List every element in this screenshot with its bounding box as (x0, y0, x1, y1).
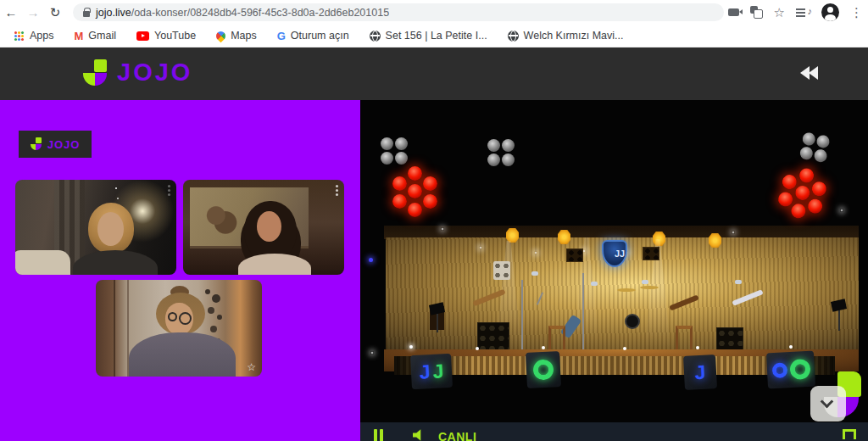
bookmark-star-icon[interactable]: ☆ (774, 6, 785, 19)
bookmark-signin[interactable]: G Oturum açın (277, 30, 349, 42)
participant-video-2[interactable] (183, 180, 344, 275)
stage-letter-j-blue: J (694, 362, 706, 382)
stage-letter-o-blue (771, 362, 787, 378)
globe-icon (508, 31, 519, 42)
translate-icon[interactable] (750, 6, 763, 19)
bookmark-welch[interactable]: Welch Kırmızı Mavi... (508, 30, 624, 42)
participant-video-3[interactable]: ☆ (96, 280, 262, 377)
site-header: JOJO (0, 47, 868, 100)
sofa (15, 250, 70, 275)
white-speaker-grille (493, 261, 510, 280)
page-url: jojo.live/oda-konser/08248db4-596f-45c3-… (96, 7, 389, 19)
stage-monitor-jj: J J (410, 354, 453, 389)
lock-icon (83, 11, 90, 17)
stage-lantern (558, 230, 570, 244)
cymbal (640, 286, 659, 289)
bookmark-label: Maps (231, 30, 257, 42)
chevron-down-icon (821, 395, 834, 409)
bookmark-gmail[interactable]: M Gmail (75, 30, 117, 42)
spot-light (732, 231, 735, 234)
participant-body (73, 250, 158, 275)
stage-letter-o-green (532, 359, 554, 380)
participant-body (129, 332, 236, 377)
participant-body (238, 254, 311, 275)
red-stage-light-cluster (773, 163, 832, 225)
participant-face (97, 212, 124, 246)
lattice-speaker (643, 247, 659, 260)
stage-monitor-o (526, 351, 561, 388)
stage-monitor-oo (766, 351, 815, 389)
blue-light (369, 258, 373, 262)
favorite-star-icon[interactable]: ☆ (247, 361, 256, 373)
bookmark-label: Oturum açın (291, 30, 349, 42)
stage-letter-j-green: J (432, 361, 444, 382)
cymbal (617, 288, 636, 292)
bookmark-set156[interactable]: Set 156 | La Petite I... (370, 30, 487, 42)
glasses (168, 312, 177, 321)
browser-menu-icon[interactable]: ⋮ (850, 6, 863, 19)
dried-plant (205, 289, 210, 294)
pause-button[interactable] (374, 429, 377, 441)
live-video-player[interactable]: JJ (360, 100, 868, 441)
music-stand-stem (838, 310, 840, 331)
bookmark-maps[interactable]: Maps (216, 30, 257, 42)
profile-avatar[interactable] (821, 3, 839, 21)
spot-light (441, 227, 444, 231)
music-stand-stem (437, 314, 438, 332)
player-bar: CANLI (360, 422, 868, 441)
browser-window: ← → ↻ jojo.live/oda-konser/08248db4-596f… (0, 0, 868, 441)
fullscreen-button[interactable] (843, 429, 856, 441)
gmail-icon: M (75, 31, 84, 42)
url-path: /oda-konser/08248db4-596f-45c3-8d0a-2dd6… (131, 7, 389, 19)
youtube-icon (136, 31, 149, 41)
spot-light (840, 209, 843, 212)
address-bar[interactable]: jojo.live/oda-konser/08248db4-596f-45c3-… (73, 3, 724, 21)
rewind-button[interactable] (800, 66, 821, 80)
jojo-logo[interactable]: JOJO (83, 59, 192, 87)
rewind-icon (809, 66, 818, 80)
bass-drum (625, 314, 640, 329)
jojo-badge-icon (31, 137, 42, 151)
lattice-speaker (566, 248, 583, 262)
bookmark-label: YouTube (154, 30, 196, 42)
jojo-logo-icon (83, 59, 108, 87)
participant-video-1[interactable] (15, 180, 176, 275)
bookmark-youtube[interactable]: YouTube (136, 30, 196, 42)
collapse-button[interactable] (810, 386, 846, 421)
jojo-badge: JOJO (19, 131, 92, 158)
tile-menu-icon[interactable] (168, 185, 170, 187)
globe-icon (370, 31, 381, 42)
stage-lantern (709, 233, 721, 248)
stage-edge-lights (409, 345, 413, 349)
spot-light (479, 246, 482, 249)
spot-light (370, 351, 374, 354)
media-controls-icon[interactable] (796, 7, 810, 19)
speaker-pod (487, 139, 516, 168)
spot-light (534, 251, 537, 254)
conference-panel: JOJO ☆ (0, 100, 360, 441)
jojo-wordmark: JOJO (117, 59, 192, 87)
stage-letter-o-green (789, 359, 810, 380)
logo-bowl (31, 144, 42, 150)
google-g-icon: G (277, 31, 286, 42)
mic-stand (582, 273, 584, 354)
volume-button[interactable] (413, 429, 426, 441)
jojo-badge-text: JOJO (47, 138, 81, 151)
stage-shield-logo: JJ (602, 240, 627, 267)
forward-icon[interactable]: → (22, 5, 44, 20)
shield-monogram: JJ (615, 242, 625, 266)
bookmark-apps[interactable]: Apps (14, 30, 54, 42)
bookmark-label: Apps (30, 30, 54, 42)
mic-stand (521, 280, 523, 354)
stage-monitor-j: J (683, 354, 717, 390)
logo-bowl (83, 73, 107, 86)
door-frame (114, 280, 115, 377)
camera-icon[interactable] (728, 8, 739, 16)
logo-square (36, 137, 42, 143)
refresh-icon[interactable]: ↻ (44, 5, 66, 20)
stage-letter-j-blue: J (419, 362, 431, 382)
speaker-pod (798, 131, 832, 165)
bookmarks-bar: Apps M Gmail YouTube Maps G Oturum açın … (0, 25, 868, 47)
back-icon[interactable]: ← (0, 5, 22, 20)
tile-menu-icon[interactable] (336, 185, 338, 187)
